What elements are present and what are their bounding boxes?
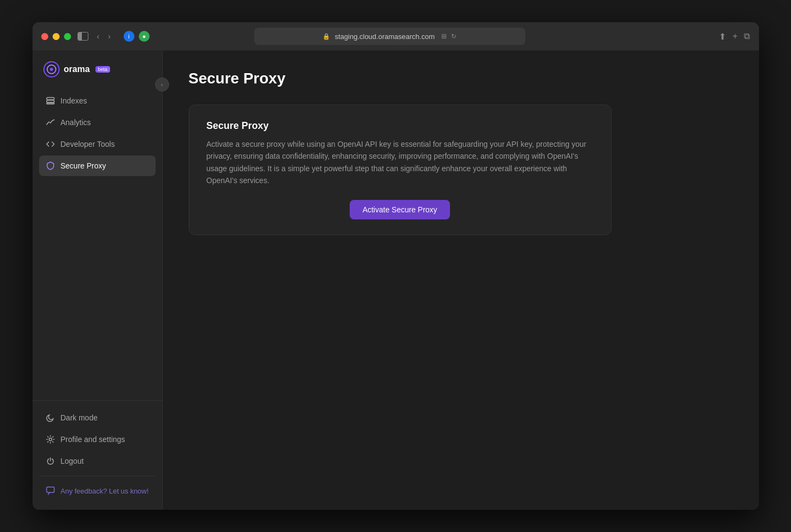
power-icon (46, 456, 55, 466)
svg-rect-4 (47, 100, 54, 102)
browser-chrome: ‹ › i ● 🔒 staging.cloud.oramasearch.com … (33, 22, 759, 50)
logout-label: Logout (61, 457, 84, 465)
sidebar-item-analytics[interactable]: Analytics (39, 112, 156, 133)
activate-secure-proxy-button[interactable]: Activate Secure Proxy (350, 200, 451, 219)
feedback-label: Any feedback? Let us know! (61, 487, 149, 495)
forward-button[interactable]: › (106, 30, 113, 43)
sidebar-divider (39, 476, 156, 476)
translate-icon[interactable]: ⊞ (441, 33, 447, 40)
indexes-label: Indexes (61, 96, 87, 105)
reload-icon[interactable]: ↻ (451, 33, 456, 40)
tabs-button[interactable]: ⧉ (744, 31, 750, 41)
back-button[interactable]: ‹ (95, 30, 102, 43)
code-icon (46, 139, 55, 149)
card-action: Activate Secure Proxy (207, 200, 594, 219)
analytics-label: Analytics (61, 118, 91, 127)
sidebar: orama beta ‹ Indexes (33, 50, 163, 510)
lock-icon: 🔒 (323, 33, 330, 40)
logo-badge: beta (95, 66, 111, 73)
shield-icon (46, 161, 55, 171)
chat-icon (46, 486, 55, 496)
sidebar-item-logout[interactable]: Logout (39, 451, 156, 471)
database-icon (46, 96, 55, 106)
main-content: Secure Proxy Secure Proxy Activate a sec… (163, 50, 759, 510)
svg-rect-7 (47, 487, 54, 492)
browser-right-controls: ⬆ + ⧉ (719, 31, 750, 42)
orama-logo-icon (43, 61, 60, 77)
svg-point-2 (50, 68, 53, 71)
profile-settings-label: Profile and settings (61, 435, 125, 444)
moon-icon (46, 413, 55, 423)
extension-icons: i ● (124, 31, 150, 42)
sidebar-logo: orama beta (33, 50, 162, 86)
address-bar[interactable]: 🔒 staging.cloud.oramasearch.com ⊞ ↻ (254, 28, 525, 45)
app-layout: orama beta ‹ Indexes (33, 50, 759, 510)
dark-mode-label: Dark mode (61, 413, 98, 422)
developer-tools-label: Developer Tools (61, 140, 115, 148)
logo-text: orama (64, 64, 90, 74)
extension-icon-1[interactable]: i (124, 31, 134, 42)
sidebar-bottom: Dark mode Profile and settings (33, 400, 162, 510)
secure-proxy-card: Secure Proxy Activate a secure proxy whi… (189, 105, 612, 235)
traffic-light-green[interactable] (64, 33, 71, 40)
sidebar-item-dark-mode[interactable]: Dark mode (39, 407, 156, 428)
traffic-light-yellow[interactable] (53, 33, 60, 40)
sidebar-item-indexes[interactable]: Indexes (39, 90, 156, 111)
sidebar-item-developer-tools[interactable]: Developer Tools (39, 134, 156, 154)
analytics-icon (46, 118, 55, 127)
sidebar-item-feedback[interactable]: Any feedback? Let us know! (39, 481, 156, 501)
url-text: staging.cloud.oramasearch.com (335, 33, 434, 41)
browser-window: ‹ › i ● 🔒 staging.cloud.oramasearch.com … (33, 22, 759, 510)
secure-proxy-label: Secure Proxy (61, 161, 106, 170)
gear-icon (46, 434, 55, 444)
card-title: Secure Proxy (207, 120, 594, 132)
new-tab-button[interactable]: + (732, 31, 737, 41)
svg-rect-5 (47, 103, 54, 104)
traffic-lights (41, 33, 71, 40)
share-button[interactable]: ⬆ (719, 31, 726, 42)
sidebar-nav: Indexes Analytics (33, 86, 162, 400)
nav-controls: ‹ › (95, 30, 113, 43)
sidebar-item-secure-proxy[interactable]: Secure Proxy (39, 155, 156, 176)
svg-point-6 (49, 438, 52, 441)
extension-icon-2[interactable]: ● (139, 31, 150, 42)
svg-rect-3 (47, 98, 54, 100)
sidebar-toggle-icon[interactable] (78, 32, 88, 41)
traffic-light-red[interactable] (41, 33, 48, 40)
card-description: Activate a secure proxy while using an O… (207, 138, 594, 187)
sidebar-item-profile-settings[interactable]: Profile and settings (39, 429, 156, 450)
sidebar-collapse-button[interactable]: ‹ (155, 77, 169, 92)
page-title: Secure Proxy (189, 70, 733, 87)
